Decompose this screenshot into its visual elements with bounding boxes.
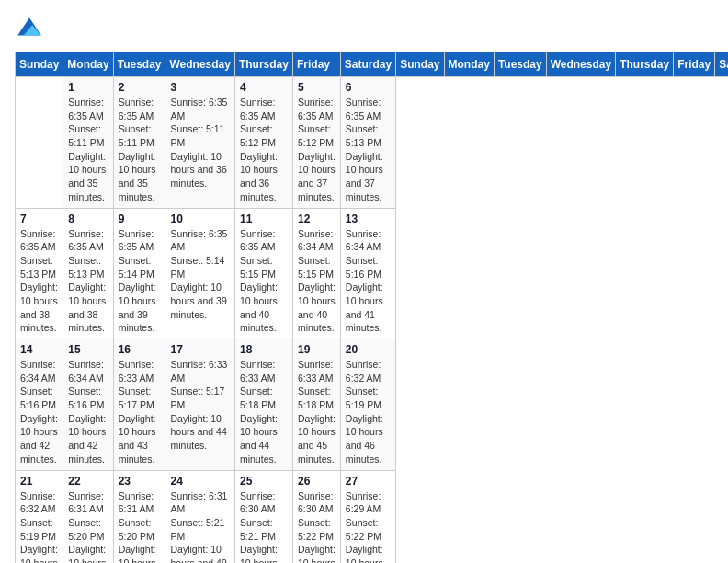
day-cell: 9 Sunrise: 6:35 AMSunset: 5:14 PMDayligh… — [113, 208, 165, 339]
header-wednesday: Wednesday — [165, 52, 234, 77]
day-cell: 18 Sunrise: 6:33 AMSunset: 5:18 PMDaylig… — [234, 339, 292, 471]
day-info: Sunrise: 6:34 AMSunset: 5:16 PMDaylight:… — [68, 358, 108, 466]
day-info: Sunrise: 6:33 AMSunset: 5:17 PMDaylight:… — [170, 358, 229, 453]
day-number: 8 — [68, 213, 108, 225]
day-number: 3 — [170, 81, 229, 94]
day-info: Sunrise: 6:35 AMSunset: 5:13 PMDaylight:… — [20, 227, 58, 336]
header-saturday: Saturday — [340, 52, 395, 77]
day-number: 24 — [170, 475, 229, 488]
day-info: Sunrise: 6:34 AMSunset: 5:16 PMDaylight:… — [346, 227, 391, 336]
day-number: 27 — [346, 475, 391, 488]
day-number: 15 — [68, 343, 108, 356]
day-number: 22 — [68, 475, 108, 488]
day-info: Sunrise: 6:31 AMSunset: 5:20 PMDaylight:… — [68, 489, 108, 564]
day-info: Sunrise: 6:35 AMSunset: 5:15 PMDaylight:… — [240, 227, 288, 336]
day-number: 4 — [240, 81, 288, 94]
day-number: 14 — [20, 343, 58, 356]
day-cell: 3 Sunrise: 6:35 AMSunset: 5:11 PMDayligh… — [165, 77, 234, 209]
day-number: 20 — [346, 343, 391, 356]
logo-icon — [15, 15, 44, 44]
day-number: 2 — [119, 81, 161, 94]
day-info: Sunrise: 6:35 AMSunset: 5:14 PMDaylight:… — [170, 227, 229, 322]
page-header — [15, 15, 713, 44]
day-cell: 22 Sunrise: 6:31 AMSunset: 5:20 PMDaylig… — [63, 470, 113, 563]
day-cell: 2 Sunrise: 6:35 AMSunset: 5:11 PMDayligh… — [113, 77, 165, 209]
header-thursday: Thursday — [234, 52, 292, 77]
day-cell: 21 Sunrise: 6:32 AMSunset: 5:19 PMDaylig… — [16, 470, 63, 563]
day-info: Sunrise: 6:32 AMSunset: 5:19 PMDaylight:… — [20, 489, 58, 564]
day-cell: 26 Sunrise: 6:30 AMSunset: 5:22 PMDaylig… — [292, 470, 340, 563]
day-number: 9 — [119, 213, 161, 225]
day-number: 26 — [298, 475, 336, 488]
day-number: 21 — [20, 475, 58, 488]
day-number: 17 — [170, 343, 229, 356]
day-number: 1 — [68, 81, 108, 94]
day-cell: 20 Sunrise: 6:32 AMSunset: 5:19 PMDaylig… — [340, 339, 395, 471]
day-info: Sunrise: 6:35 AMSunset: 5:12 PMDaylight:… — [298, 96, 336, 204]
day-info: Sunrise: 6:31 AMSunset: 5:20 PMDaylight:… — [119, 489, 161, 564]
day-cell: 15 Sunrise: 6:34 AMSunset: 5:16 PMDaylig… — [63, 339, 113, 471]
day-cell: 27 Sunrise: 6:29 AMSunset: 5:22 PMDaylig… — [340, 470, 395, 563]
header-wednesday: Wednesday — [546, 52, 615, 77]
day-info: Sunrise: 6:34 AMSunset: 5:15 PMDaylight:… — [298, 227, 336, 336]
day-number: 6 — [346, 81, 391, 94]
day-cell: 12 Sunrise: 6:34 AMSunset: 5:15 PMDaylig… — [292, 208, 340, 339]
day-info: Sunrise: 6:30 AMSunset: 5:21 PMDaylight:… — [240, 489, 288, 564]
day-cell: 24 Sunrise: 6:31 AMSunset: 5:21 PMDaylig… — [165, 470, 234, 563]
day-info: Sunrise: 6:32 AMSunset: 5:19 PMDaylight:… — [346, 358, 391, 466]
header-friday: Friday — [292, 52, 340, 77]
header-monday: Monday — [444, 52, 494, 77]
day-info: Sunrise: 6:35 AMSunset: 5:11 PMDaylight:… — [170, 96, 229, 190]
calendar-table: SundayMondayTuesdayWednesdayThursdayFrid… — [15, 52, 728, 563]
day-number: 13 — [346, 213, 391, 225]
day-cell: 16 Sunrise: 6:33 AMSunset: 5:17 PMDaylig… — [113, 339, 165, 471]
day-info: Sunrise: 6:35 AMSunset: 5:14 PMDaylight:… — [119, 227, 161, 336]
day-cell: 13 Sunrise: 6:34 AMSunset: 5:16 PMDaylig… — [340, 208, 395, 339]
header-tuesday: Tuesday — [494, 52, 546, 77]
day-number: 19 — [298, 343, 336, 356]
day-cell: 17 Sunrise: 6:33 AMSunset: 5:17 PMDaylig… — [165, 339, 234, 471]
day-cell: 6 Sunrise: 6:35 AMSunset: 5:13 PMDayligh… — [340, 77, 395, 209]
day-info: Sunrise: 6:33 AMSunset: 5:18 PMDaylight:… — [298, 358, 336, 466]
day-info: Sunrise: 6:30 AMSunset: 5:22 PMDaylight:… — [298, 489, 336, 564]
day-cell: 23 Sunrise: 6:31 AMSunset: 5:20 PMDaylig… — [113, 470, 165, 563]
header-thursday: Thursday — [616, 52, 674, 77]
day-number: 11 — [240, 213, 288, 225]
week-row-1: 1 Sunrise: 6:35 AMSunset: 5:11 PMDayligh… — [16, 77, 729, 209]
day-number: 25 — [240, 475, 288, 488]
day-cell: 11 Sunrise: 6:35 AMSunset: 5:15 PMDaylig… — [234, 208, 292, 339]
calendar-header-row: SundayMondayTuesdayWednesdayThursdayFrid… — [16, 52, 729, 77]
day-cell: 25 Sunrise: 6:30 AMSunset: 5:21 PMDaylig… — [234, 470, 292, 563]
day-info: Sunrise: 6:29 AMSunset: 5:22 PMDaylight:… — [346, 489, 391, 564]
day-info: Sunrise: 6:31 AMSunset: 5:21 PMDaylight:… — [170, 489, 229, 564]
day-number: 23 — [119, 475, 161, 488]
day-info: Sunrise: 6:35 AMSunset: 5:12 PMDaylight:… — [240, 96, 288, 204]
day-number: 16 — [119, 343, 161, 356]
day-cell: 8 Sunrise: 6:35 AMSunset: 5:13 PMDayligh… — [63, 208, 113, 339]
day-cell: 1 Sunrise: 6:35 AMSunset: 5:11 PMDayligh… — [63, 77, 113, 209]
day-number: 10 — [170, 213, 229, 225]
week-row-4: 21 Sunrise: 6:32 AMSunset: 5:19 PMDaylig… — [16, 470, 729, 563]
header-sunday: Sunday — [396, 52, 444, 77]
day-cell: 10 Sunrise: 6:35 AMSunset: 5:14 PMDaylig… — [165, 208, 234, 339]
day-info: Sunrise: 6:35 AMSunset: 5:13 PMDaylight:… — [346, 96, 391, 204]
day-info: Sunrise: 6:35 AMSunset: 5:11 PMDaylight:… — [68, 96, 108, 204]
header-saturday: Saturday — [715, 52, 728, 77]
day-cell — [16, 77, 63, 209]
day-info: Sunrise: 6:35 AMSunset: 5:13 PMDaylight:… — [68, 227, 108, 336]
week-row-3: 14 Sunrise: 6:34 AMSunset: 5:16 PMDaylig… — [16, 339, 729, 471]
day-cell: 7 Sunrise: 6:35 AMSunset: 5:13 PMDayligh… — [16, 208, 63, 339]
day-info: Sunrise: 6:34 AMSunset: 5:16 PMDaylight:… — [20, 358, 58, 466]
day-cell: 14 Sunrise: 6:34 AMSunset: 5:16 PMDaylig… — [16, 339, 63, 471]
day-number: 7 — [20, 213, 58, 225]
week-row-2: 7 Sunrise: 6:35 AMSunset: 5:13 PMDayligh… — [16, 208, 729, 339]
header-monday: Monday — [63, 52, 113, 77]
day-info: Sunrise: 6:33 AMSunset: 5:18 PMDaylight:… — [240, 358, 288, 466]
day-info: Sunrise: 6:33 AMSunset: 5:17 PMDaylight:… — [119, 358, 161, 466]
day-number: 18 — [240, 343, 288, 356]
day-cell: 19 Sunrise: 6:33 AMSunset: 5:18 PMDaylig… — [292, 339, 340, 471]
day-number: 12 — [298, 213, 336, 225]
day-cell: 5 Sunrise: 6:35 AMSunset: 5:12 PMDayligh… — [292, 77, 340, 209]
header-tuesday: Tuesday — [113, 52, 165, 77]
header-friday: Friday — [674, 52, 715, 77]
